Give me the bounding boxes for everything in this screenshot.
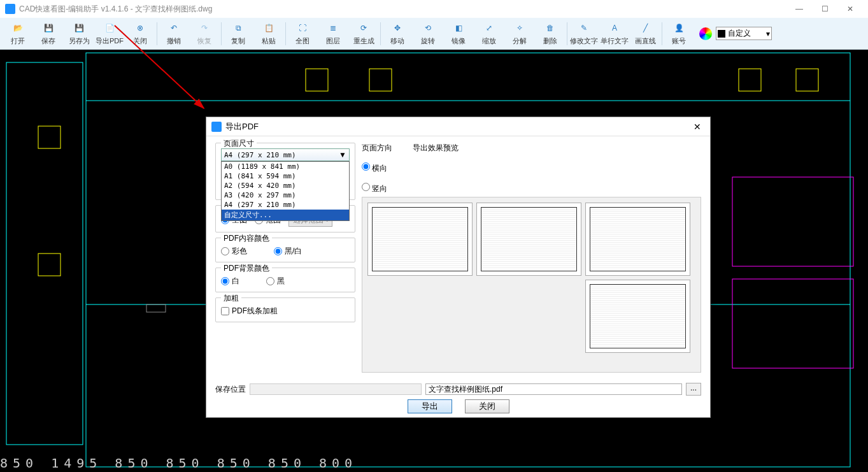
bg-white-radio[interactable]: 白 — [221, 276, 239, 287]
filename-input[interactable] — [425, 383, 682, 395]
copy-icon: ⧉ — [231, 21, 245, 35]
toolbar-mirror-button[interactable]: ◧镜像 — [443, 19, 474, 48]
dialog-cancel-button[interactable]: 关闭 — [465, 399, 509, 413]
account-icon: 👤 — [672, 21, 686, 35]
redo-icon: ↷ — [197, 21, 211, 35]
extents-icon: ⛶ — [295, 21, 309, 35]
scale-icon: ⤢ — [482, 21, 496, 35]
page-size-option[interactable]: A0 (1189 x 841 mm) — [222, 162, 349, 171]
window-close-button[interactable]: ✕ — [837, 4, 863, 13]
ruler-numbers: 850 1495 850 850 850 850 800 — [0, 455, 868, 471]
save-icon: 💾 — [41, 21, 55, 35]
dialog-titlebar: 导出PDF ✕ — [206, 117, 710, 136]
undo-icon: ↶ — [167, 21, 181, 35]
custom-color-select[interactable]: 自定义▾ — [716, 27, 772, 40]
svg-rect-10 — [732, 177, 853, 266]
mirror-icon: ◧ — [452, 21, 466, 35]
page-size-dropdown[interactable]: A4 (297 x 210 mm) ▼ A0 (1189 x 841 mm)A1… — [221, 148, 350, 161]
text-icon: A — [608, 21, 622, 35]
toolbar-explode-button[interactable]: ✧分解 — [504, 19, 535, 48]
svg-rect-4 — [38, 126, 60, 148]
orientation-landscape-radio[interactable]: 横向 — [362, 162, 400, 174]
orientation-label: 页面方向 — [362, 143, 400, 154]
window-titlebar: CAD快速看图-编辑助手 v1.4.1.6 - 文字查找样例图纸.dwg — ☐… — [0, 0, 868, 18]
toolbar-rotate-button[interactable]: ⟲旋转 — [413, 19, 443, 48]
toolbar-text-button[interactable]: A单行文字 — [599, 19, 630, 48]
svg-rect-5 — [38, 254, 60, 276]
pdf-color-group: PDF内容颜色 彩色 黑/白 — [215, 238, 355, 262]
color-bw-radio[interactable]: 黑/白 — [274, 246, 302, 257]
saveas-icon: 💾 — [72, 21, 86, 35]
pdf-icon: 📄 — [103, 21, 117, 35]
chevron-down-icon: ▼ — [339, 150, 346, 159]
bold-group: 加粗 PDF线条加粗 — [215, 297, 355, 322]
pdf-bg-group: PDF背景颜色 白 黑 — [215, 268, 355, 292]
toolbar-save-button[interactable]: 💾保存 — [33, 19, 64, 48]
bold-checkbox[interactable]: PDF线条加粗 — [221, 306, 350, 317]
toolbar-scale-button[interactable]: ⤢缩放 — [474, 19, 504, 48]
pdf-bg-label: PDF背景颜色 — [221, 263, 272, 274]
toolbar-delete-button[interactable]: 🗑删除 — [535, 19, 566, 48]
page-size-option[interactable]: A1 (841 x 594 mm) — [222, 171, 349, 181]
paste-icon: 📋 — [262, 21, 276, 35]
maximize-button[interactable]: ☐ — [812, 4, 837, 13]
open-icon: 📂 — [11, 21, 25, 35]
page-size-option[interactable]: A2 (594 x 420 mm) — [222, 181, 349, 190]
toolbar-saveas-button[interactable]: 💾另存为 — [64, 19, 94, 48]
page-size-options-list: A0 (1189 x 841 mm)A1 (841 x 594 mm)A2 (5… — [221, 161, 350, 221]
svg-rect-7 — [796, 69, 818, 91]
svg-rect-8 — [306, 69, 328, 91]
toolbar-regen-button[interactable]: ⟳重生成 — [348, 19, 379, 48]
line-icon: ╱ — [638, 21, 652, 35]
color-wheel-icon[interactable] — [699, 27, 712, 40]
preview-page-3[interactable] — [585, 203, 690, 276]
toolbar-pdf-button[interactable]: 📄导出PDF — [94, 19, 125, 48]
toolbar-move-button[interactable]: ✥移动 — [382, 19, 413, 48]
dialog-title: 导出PDF — [225, 121, 690, 132]
page-size-option[interactable]: A4 (297 x 210 mm) — [222, 200, 349, 210]
toolbar-undo-button[interactable]: ↶撤销 — [159, 19, 189, 48]
toolbar-layers-button[interactable]: ≣图层 — [318, 19, 348, 48]
preview-page-4[interactable] — [585, 280, 690, 353]
save-location-label: 保存位置 — [215, 384, 246, 395]
preview-label: 导出效果预览 — [413, 143, 701, 154]
toolbar-edittext-button[interactable]: ✎修改文字 — [569, 19, 599, 48]
page-size-option[interactable]: A3 (420 x 297 mm) — [222, 190, 349, 200]
svg-rect-12 — [146, 304, 166, 312]
toolbar-extents-button[interactable]: ⛶全图 — [287, 19, 318, 48]
preview-page-1[interactable] — [367, 203, 473, 276]
toolbar-redo-button[interactable]: ↷恢复 — [189, 19, 220, 48]
toolbar-copy-button[interactable]: ⧉复制 — [223, 19, 253, 48]
page-size-label: 页面尺寸 — [221, 138, 257, 149]
delete-icon: 🗑 — [543, 21, 557, 35]
toolbar-paste-button[interactable]: 📋粘贴 — [253, 19, 284, 48]
page-size-selected: A4 (297 x 210 mm) — [224, 151, 296, 159]
layers-icon: ≣ — [326, 21, 340, 35]
bold-label: 加粗 — [221, 293, 241, 304]
toolbar-close-button[interactable]: ⊗关闭 — [125, 19, 155, 48]
minimize-button[interactable]: — — [786, 4, 812, 13]
app-icon — [5, 4, 15, 14]
color-color-radio[interactable]: 彩色 — [221, 246, 247, 257]
svg-rect-6 — [739, 69, 761, 91]
preview-area — [362, 197, 701, 373]
toolbar-account-button[interactable]: 👤账号 — [664, 19, 694, 48]
export-pdf-dialog: 导出PDF ✕ 页面尺寸 A4 (297 x 210 mm) ▼ A0 (118… — [206, 117, 711, 418]
move-icon: ✥ — [390, 21, 404, 35]
window-title: CAD快速看图-编辑助手 v1.4.1.6 - 文字查找样例图纸.dwg — [19, 4, 786, 15]
pdf-color-label: PDF内容颜色 — [221, 233, 272, 244]
export-button[interactable]: 导出 — [408, 399, 452, 413]
svg-rect-9 — [369, 69, 392, 91]
dialog-close-button[interactable]: ✕ — [690, 122, 705, 132]
page-size-group: 页面尺寸 A4 (297 x 210 mm) ▼ A0 (1189 x 841 … — [215, 143, 355, 200]
orientation-portrait-radio[interactable]: 竖向 — [362, 183, 400, 194]
bg-black-radio[interactable]: 黑 — [266, 276, 285, 287]
browse-button[interactable]: ... — [686, 383, 701, 396]
toolbar-open-button[interactable]: 📂打开 — [3, 19, 33, 48]
save-path-display — [250, 383, 422, 395]
toolbar-line-button[interactable]: ╱画直线 — [630, 19, 660, 48]
page-size-option[interactable]: 自定义尺寸... — [222, 210, 349, 220]
preview-page-2[interactable] — [476, 203, 581, 276]
edittext-icon: ✎ — [577, 21, 591, 35]
explode-icon: ✧ — [513, 21, 527, 35]
